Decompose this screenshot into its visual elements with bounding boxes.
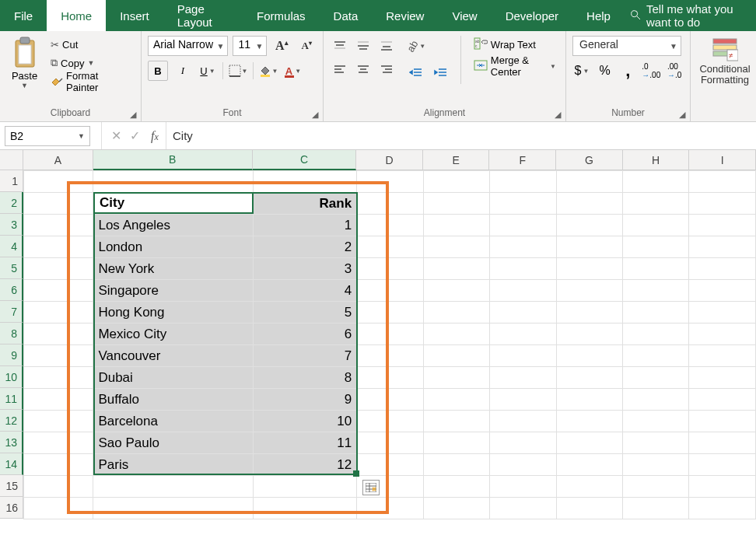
- row-header-6[interactable]: 6: [0, 279, 23, 301]
- orientation-button[interactable]: ab▼: [406, 36, 426, 56]
- cell-D13[interactable]: [357, 432, 423, 454]
- align-left-button[interactable]: [330, 59, 350, 79]
- cell-A16[interactable]: [24, 498, 93, 519]
- insert-function-button[interactable]: fx: [144, 129, 166, 143]
- cell-E8[interactable]: [423, 323, 489, 345]
- row-header-9[interactable]: 9: [0, 344, 23, 366]
- cell-E9[interactable]: [423, 345, 489, 367]
- cell-E10[interactable]: [423, 367, 489, 389]
- increase-font-button[interactable]: A▴: [271, 36, 292, 56]
- cell-G2[interactable]: [556, 193, 622, 215]
- row-header-2[interactable]: 2: [0, 192, 23, 214]
- column-header-I[interactable]: I: [689, 150, 756, 170]
- row-header-10[interactable]: 10: [0, 366, 23, 388]
- column-header-G[interactable]: G: [556, 150, 623, 170]
- cell-F13[interactable]: [490, 432, 556, 454]
- cell-D2[interactable]: [357, 193, 423, 215]
- tab-developer[interactable]: Developer: [492, 0, 572, 31]
- decrease-indent-button[interactable]: [406, 62, 426, 82]
- cell-I8[interactable]: [689, 323, 756, 345]
- cell-C3[interactable]: 1: [253, 215, 356, 236]
- cell-D11[interactable]: [357, 389, 423, 411]
- cell-D6[interactable]: [357, 280, 423, 302]
- cell-G15[interactable]: [556, 476, 622, 498]
- cell-F9[interactable]: [490, 345, 556, 367]
- row-header-1[interactable]: 1: [0, 170, 23, 192]
- cell-I6[interactable]: [689, 280, 756, 302]
- format-painter-button[interactable]: Format Painter: [47, 73, 135, 90]
- name-box[interactable]: B2 ▼: [5, 126, 90, 146]
- cell-D7[interactable]: [357, 302, 423, 323]
- paste-button[interactable]: Paste ▼: [6, 36, 43, 89]
- cell-C4[interactable]: 2: [253, 236, 356, 258]
- cell-G4[interactable]: [556, 236, 622, 258]
- cell-F14[interactable]: [490, 454, 556, 476]
- cell-A12[interactable]: [24, 411, 93, 432]
- row-header-12[interactable]: 12: [0, 410, 23, 432]
- clipboard-launcher-icon[interactable]: ◢: [130, 110, 136, 120]
- number-launcher-icon[interactable]: ◢: [679, 110, 685, 120]
- cell-E13[interactable]: [423, 432, 489, 454]
- cell-A13[interactable]: [24, 432, 93, 454]
- cut-button[interactable]: ✂ Cut: [47, 36, 135, 53]
- row-header-15[interactable]: 15: [0, 475, 23, 497]
- italic-button[interactable]: I: [173, 61, 193, 81]
- cell-F2[interactable]: [490, 193, 556, 215]
- align-top-button[interactable]: [330, 36, 350, 56]
- copy-dropdown-icon[interactable]: ▼: [87, 59, 94, 67]
- row-header-3[interactable]: 3: [0, 214, 23, 236]
- alignment-launcher-icon[interactable]: ◢: [555, 110, 561, 120]
- cell-A1[interactable]: [24, 171, 93, 193]
- cell-H9[interactable]: [623, 345, 689, 367]
- cell-B12[interactable]: Barcelona: [93, 411, 253, 432]
- cell-A2[interactable]: [24, 193, 93, 215]
- paste-dropdown-icon[interactable]: ▼: [21, 82, 28, 89]
- cell-F10[interactable]: [490, 367, 556, 389]
- row-header-11[interactable]: 11: [0, 388, 23, 410]
- cell-C5[interactable]: 3: [253, 258, 356, 280]
- cell-E7[interactable]: [423, 302, 489, 323]
- column-header-H[interactable]: H: [623, 150, 690, 170]
- cell-C1[interactable]: [253, 171, 356, 193]
- font-size-select[interactable]: 11 ▼: [233, 36, 267, 56]
- cell-B14[interactable]: Paris: [93, 454, 253, 476]
- cell-B13[interactable]: Sao Paulo: [93, 432, 253, 454]
- cell-H7[interactable]: [623, 302, 689, 323]
- cell-H11[interactable]: [623, 389, 689, 411]
- cell-D5[interactable]: [357, 258, 423, 280]
- tab-page-layout[interactable]: Page Layout: [163, 0, 243, 31]
- align-bottom-button[interactable]: [376, 36, 397, 56]
- cell-I12[interactable]: [689, 411, 756, 432]
- tab-home[interactable]: Home: [47, 0, 106, 31]
- tab-help[interactable]: Help: [572, 0, 625, 31]
- cell-B2[interactable]: [93, 193, 253, 215]
- cell-H1[interactable]: [623, 171, 689, 193]
- cell-A4[interactable]: [24, 236, 93, 258]
- bold-button[interactable]: B: [148, 61, 168, 81]
- cell-A6[interactable]: [24, 280, 93, 302]
- tab-view[interactable]: View: [438, 0, 491, 31]
- tab-file[interactable]: File: [0, 0, 47, 31]
- cell-I16[interactable]: [689, 498, 756, 519]
- cell-F4[interactable]: [490, 236, 556, 258]
- cell-E4[interactable]: [423, 236, 489, 258]
- cell-F8[interactable]: [490, 323, 556, 345]
- tab-insert[interactable]: Insert: [106, 0, 163, 31]
- font-launcher-icon[interactable]: ◢: [312, 110, 318, 120]
- cell-A5[interactable]: [24, 258, 93, 280]
- cell-A14[interactable]: [24, 454, 93, 476]
- font-color-button[interactable]: A ▼: [283, 61, 303, 81]
- cell-B3[interactable]: Los Angeles: [93, 215, 253, 236]
- cell-B16[interactable]: [93, 498, 253, 519]
- copy-button[interactable]: ⧉ Copy ▼: [47, 54, 135, 72]
- fill-color-button[interactable]: ▼: [258, 61, 278, 81]
- cell-C9[interactable]: 7: [253, 345, 356, 367]
- cell-B1[interactable]: [93, 171, 253, 193]
- cell-E14[interactable]: [423, 454, 489, 476]
- cell-F15[interactable]: [490, 476, 556, 498]
- align-middle-button[interactable]: [353, 36, 373, 56]
- row-header-16[interactable]: 16: [0, 497, 23, 519]
- wrap-text-button[interactable]: abc Wrap Text: [471, 36, 559, 53]
- cell-I11[interactable]: [689, 389, 756, 411]
- cell-D9[interactable]: [357, 345, 423, 367]
